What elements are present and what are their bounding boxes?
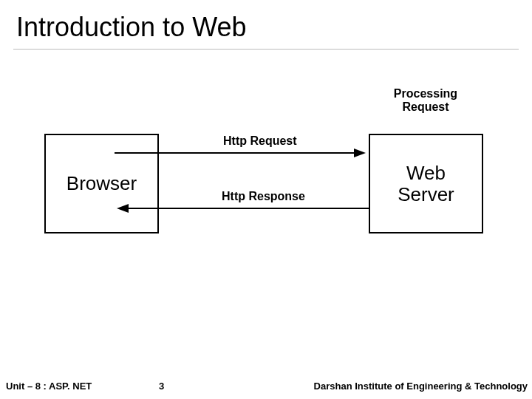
http-response-label: Http Response [222,190,305,203]
http-response-arrow-line [128,208,369,209]
browser-label: Browser [66,172,137,195]
footer-page-number: 3 [159,381,164,392]
footer-unit: Unit – 8 : ASP. NET [6,381,92,392]
browser-box: Browser [44,134,159,233]
web-server-box: WebServer [369,134,483,233]
processing-caption: ProcessingRequest [381,87,470,115]
footer-institute: Darshan Institute of Engineering & Techn… [314,381,528,392]
title-underline [13,49,519,50]
web-server-label: WebServer [398,163,454,205]
slide: Introduction to Web ProcessingRequest Br… [0,0,532,399]
http-response-arrow-head-icon [117,204,129,213]
page-title: Introduction to Web [16,12,247,43]
http-request-arrow-line [115,152,355,154]
http-request-arrow-head-icon [354,149,366,157]
http-request-label: Http Request [223,134,297,148]
